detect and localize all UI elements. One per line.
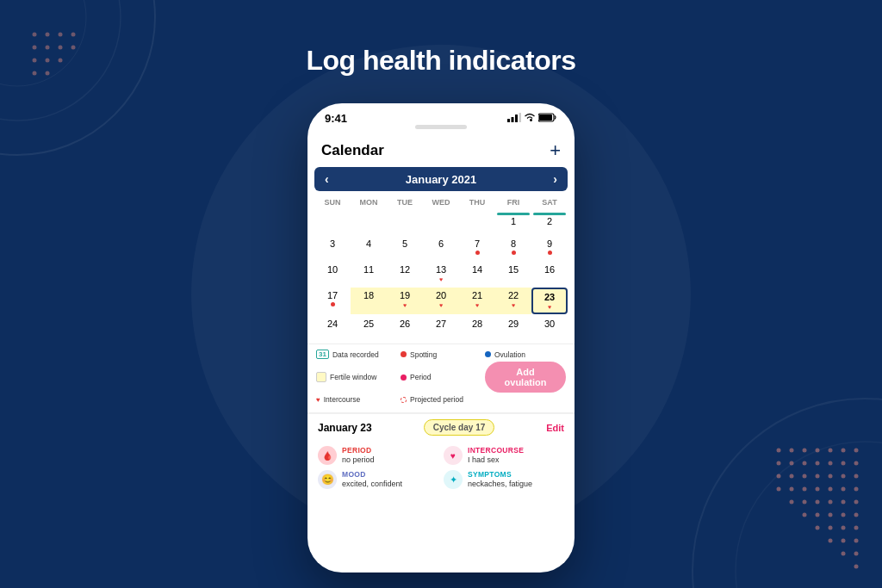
intercourse-value: I had sex	[468, 455, 524, 464]
detail-intercourse: ♥ INTERCOURSE I had sex	[444, 446, 564, 465]
svg-point-66	[854, 565, 859, 569]
cal-day-9[interactable]: 9	[531, 236, 568, 260]
calendar-week-5: 24 25 26 27 28 29 30	[314, 316, 568, 340]
calendar-week-2: 3 4 5 6 7 8 9	[314, 236, 568, 260]
cal-day-12[interactable]: 12	[387, 262, 423, 286]
symptoms-text: SYMPTOMS neckaches, fatigue	[468, 470, 532, 488]
legend-intercourse-label: Intercourse	[324, 395, 361, 404]
cal-day-6[interactable]: 6	[423, 236, 459, 260]
cal-day-1[interactable]: 1	[495, 210, 531, 234]
cal-day-21[interactable]: 21 ♥	[459, 288, 495, 314]
add-button[interactable]: +	[550, 139, 561, 162]
cal-day-16[interactable]: 16	[531, 262, 568, 286]
cal-day-4[interactable]: 4	[351, 236, 387, 260]
svg-point-5	[59, 33, 63, 37]
svg-point-30	[842, 461, 846, 466]
svg-point-58	[829, 526, 833, 530]
svg-point-46	[790, 500, 794, 504]
mood-text: MOOD excited, confident	[342, 470, 402, 488]
cal-day-10[interactable]: 10	[314, 262, 351, 286]
prev-month-button[interactable]: ‹	[325, 172, 329, 186]
day-header-sat: SAT	[531, 196, 568, 208]
cal-day-15[interactable]: 15	[495, 262, 531, 286]
svg-point-18	[777, 449, 781, 453]
legend-projected: Projected period	[401, 395, 481, 404]
cal-day-13[interactable]: 13 ♥	[423, 262, 459, 286]
svg-point-43	[829, 487, 833, 492]
spotting-dot-icon	[401, 351, 407, 357]
svg-point-32	[777, 474, 781, 479]
period-dot	[512, 251, 516, 255]
cal-day-3[interactable]: 3	[314, 236, 351, 260]
svg-point-38	[854, 474, 859, 479]
svg-point-57	[816, 526, 820, 530]
svg-point-26	[790, 461, 794, 466]
calendar-grid: SUN MON TUE WED THU FRI SAT 1	[307, 196, 575, 340]
cal-day-28[interactable]: 28	[459, 316, 495, 340]
legend-period: Period	[401, 362, 481, 393]
cal-day-2[interactable]: 2	[531, 210, 568, 234]
svg-point-24	[854, 449, 859, 453]
page-title: Log health indicators	[0, 45, 882, 77]
cal-day-25[interactable]: 25	[351, 316, 387, 340]
status-time: 9:41	[325, 112, 347, 125]
symptoms-label: SYMPTOMS	[468, 470, 532, 479]
legend-spotting-label: Spotting	[410, 350, 437, 359]
intercourse-label: INTERCOURSE	[468, 446, 524, 455]
add-ovulation-button[interactable]: Add ovulation	[485, 362, 566, 393]
phone-mockup: 9:41 Calendar + ‹ January 2021 ›	[307, 103, 575, 573]
cal-day-18[interactable]: 18	[351, 288, 387, 314]
legend-period-label: Period	[410, 373, 432, 381]
legend-fertile: Fertile window	[316, 362, 397, 393]
svg-point-33	[790, 474, 794, 479]
cal-day-7[interactable]: 7	[459, 236, 495, 260]
legend-spotting: Spotting	[401, 350, 481, 359]
calendar-week-3: 10 11 12 13 ♥ 14 15 16	[314, 262, 568, 286]
edit-button[interactable]: Edit	[546, 423, 564, 433]
svg-point-35	[816, 474, 820, 479]
svg-rect-70	[519, 113, 522, 122]
legend-section: 31 Data recorded Spotting Ovulation Fert…	[307, 344, 575, 412]
day-header-thu: THU	[459, 196, 495, 208]
detail-symptoms: ✦ SYMPTOMS neckaches, fatigue	[444, 470, 564, 489]
cal-day-27[interactable]: 27	[423, 316, 459, 340]
cal-day-29[interactable]: 29	[495, 316, 531, 340]
legend-ovulation: Ovulation	[485, 350, 566, 359]
recorded-bar	[533, 213, 566, 215]
svg-rect-69	[515, 115, 518, 122]
calendar-header: Calendar +	[307, 133, 575, 167]
legend-fertile-label: Fertile window	[330, 373, 376, 381]
cal-day-19[interactable]: 19 ♥	[387, 288, 423, 314]
svg-point-55	[842, 513, 846, 517]
svg-point-27	[803, 461, 807, 466]
cal-day-26[interactable]: 26	[387, 316, 423, 340]
next-month-button[interactable]: ›	[553, 172, 557, 186]
cal-day-8[interactable]: 8	[495, 236, 531, 260]
svg-point-36	[829, 474, 833, 479]
cal-day-empty-5	[459, 210, 495, 234]
legend-data-recorded-label: Data recorded	[332, 350, 379, 359]
cal-day-11[interactable]: 11	[351, 262, 387, 286]
month-nav: ‹ January 2021 ›	[314, 167, 568, 191]
svg-point-62	[842, 539, 846, 543]
legend-projected-label: Projected period	[410, 395, 463, 404]
cal-day-23[interactable]: 23 ♥	[531, 288, 568, 314]
cal-day-14[interactable]: 14	[459, 262, 495, 286]
cal-day-5[interactable]: 5	[387, 236, 423, 260]
cal-day-22[interactable]: 22 ♥	[495, 288, 531, 314]
intercourse-icon: ♥	[444, 446, 463, 465]
period-dot	[475, 251, 480, 255]
cal-day-17[interactable]: 17	[314, 288, 351, 314]
day-detail-header: January 23 Cycle day 17 Edit	[307, 413, 575, 441]
day-detail-section: January 23 Cycle day 17 Edit 🩸 PERIOD no…	[307, 412, 575, 498]
day-number: 1	[511, 216, 516, 227]
cal-day-24[interactable]: 24	[314, 316, 351, 340]
svg-point-37	[842, 474, 846, 479]
cal-day-20[interactable]: 20 ♥	[423, 288, 459, 314]
status-icons	[507, 113, 557, 124]
svg-point-0	[0, 0, 155, 155]
svg-point-61	[829, 539, 833, 543]
bg-decoration-bottom-right	[641, 347, 882, 588]
svg-point-59	[842, 526, 846, 530]
cal-day-30[interactable]: 30	[531, 316, 568, 340]
